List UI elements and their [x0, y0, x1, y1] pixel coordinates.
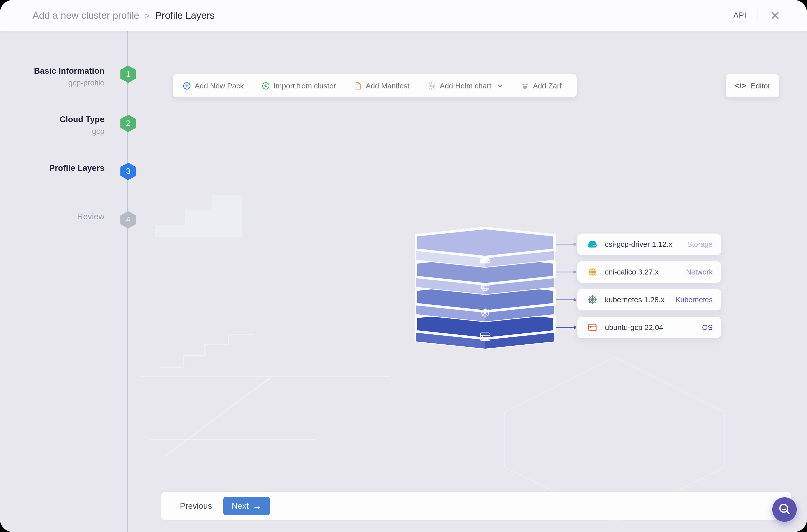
layer-category: Kubernetes [676, 296, 713, 304]
search-feedback-fab[interactable] [772, 497, 797, 522]
step-label: Review [15, 212, 105, 222]
breadcrumb-parent-link[interactable]: Add a new cluster profile [33, 10, 139, 21]
layer-card-network[interactable]: cni-calico 3.27.x Network [577, 261, 721, 283]
layer-card-os[interactable]: ubuntu-gcp 22.04 OS [577, 317, 721, 338]
breadcrumb: Add a new cluster profile > Profile Laye… [33, 10, 214, 21]
next-button-label: Next [231, 501, 249, 511]
breadcrumb-separator: > [145, 11, 150, 20]
add-new-pack-button[interactable]: Add New Pack [183, 82, 244, 90]
layer-name: kubernetes 1.28.x [605, 296, 664, 304]
add-manifest-button[interactable]: Add Manifest [354, 82, 410, 90]
add-helm-chart-button[interactable]: HELM Add Helm chart [428, 82, 503, 90]
toolbar-item-label: Add New Pack [195, 82, 244, 90]
step-sublabel: gcp-profile [15, 78, 105, 88]
close-icon [770, 10, 781, 21]
download-circle-icon [262, 82, 270, 90]
footer-bar: Previous Next → [162, 492, 791, 520]
editor-button-label: Editor [751, 82, 770, 90]
arrow-right-icon: → [252, 501, 262, 511]
import-from-cluster-button[interactable]: Import from cluster [262, 82, 336, 90]
os-window-icon [587, 322, 598, 333]
sidebar-item-cloud-type[interactable]: Cloud Type gcp [15, 114, 105, 136]
close-button[interactable] [769, 10, 781, 21]
layer-category: OS [702, 323, 713, 332]
plus-circle-icon [183, 82, 191, 90]
sidebar-item-basic-information[interactable]: Basic Information gcp-profile [15, 66, 105, 88]
layer-category: Network [686, 268, 713, 276]
page-title: Profile Layers [155, 10, 214, 21]
previous-button[interactable]: Previous [180, 501, 212, 511]
add-zarf-button[interactable]: Add Zarf [521, 82, 562, 90]
layer-name: cni-calico 3.27.x [605, 268, 659, 276]
zarf-package-icon [521, 82, 529, 90]
editor-button[interactable]: </> Editor [726, 74, 779, 97]
layer-card-kubernetes[interactable]: kubernetes 1.28.x Kubernetes [577, 289, 721, 310]
api-button[interactable]: API [733, 11, 747, 20]
header-bar: Add a new cluster profile > Profile Laye… [0, 0, 807, 31]
toolbar-item-label: Add Manifest [366, 82, 410, 90]
step-sublabel: gcp [15, 127, 105, 136]
step-label: Cloud Type [15, 114, 105, 125]
cluster-profile-wizard-window: Add a new cluster profile > Profile Laye… [0, 0, 807, 532]
kubernetes-wheel-icon [481, 308, 490, 318]
layer-card-storage[interactable]: csi-gcp-driver 1.12.x Storage [577, 233, 721, 255]
kubernetes-wheel-icon [587, 294, 598, 305]
toolbar-item-label: Add Helm chart [440, 82, 491, 90]
step-label: Basic Information [15, 66, 105, 76]
layer-category: Storage [687, 240, 713, 248]
sidebar-item-profile-layers[interactable]: Profile Layers [15, 163, 105, 173]
layer-name: csi-gcp-driver 1.12.x [605, 240, 672, 248]
wizard-step-rail [127, 31, 128, 532]
next-button[interactable]: Next → [223, 497, 270, 515]
profile-layers-stack-diagram [412, 222, 585, 352]
header-actions: API [733, 10, 781, 21]
step-label: Profile Layers [15, 163, 105, 173]
helm-wheel-icon: HELM [428, 82, 436, 90]
header-divider [757, 10, 758, 21]
chevron-down-icon [497, 84, 503, 88]
toolbar-item-label: Import from cluster [274, 82, 336, 90]
pack-toolbar: Add New Pack Import from cluster Add Man… [173, 74, 577, 97]
code-icon: </> [735, 82, 747, 90]
storage-drive-icon [587, 239, 598, 250]
layer-slab-storage [416, 228, 555, 267]
sidebar-item-review[interactable]: Review [15, 212, 105, 222]
toolbar-item-label: Add Zarf [533, 82, 562, 90]
svg-text:HELM: HELM [429, 85, 435, 87]
search-feedback-icon [777, 502, 792, 517]
layer-name: ubuntu-gcp 22.04 [605, 323, 663, 332]
globe-icon [587, 266, 598, 278]
manifest-file-icon [354, 82, 362, 90]
